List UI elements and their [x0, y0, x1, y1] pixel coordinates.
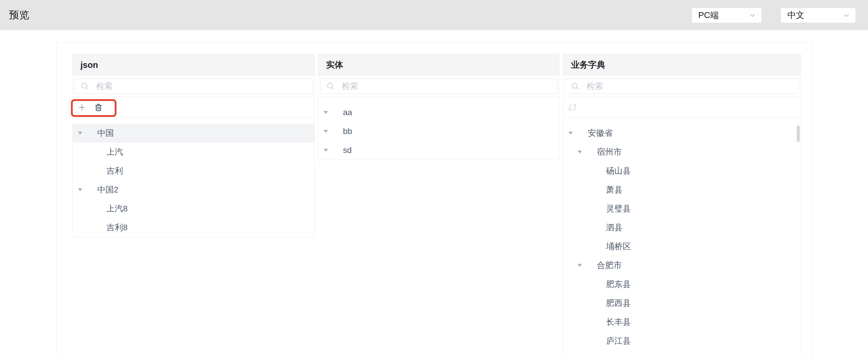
delete-icon — [94, 103, 103, 112]
tree-item-label: 中国 — [97, 128, 114, 139]
tree-item[interactable]: 长丰县 — [563, 313, 801, 331]
delete-button[interactable] — [93, 102, 104, 113]
tree-item[interactable]: 中国2 — [73, 180, 315, 199]
dictionary-search-input[interactable] — [565, 78, 799, 94]
panel-dictionary-search-area — [563, 76, 801, 97]
tree-item[interactable]: 庐江县 — [563, 331, 801, 350]
tree-item-label: 肥西县 — [606, 297, 631, 309]
tree-item-label: 合肥市 — [597, 260, 622, 271]
tree-item-label: 长丰县 — [606, 316, 631, 328]
add-button[interactable] — [76, 102, 87, 113]
entity-tree: aabbsd — [318, 97, 559, 160]
panel-json: json 中国上汽吉利中国2上汽8吉利8 — [72, 54, 315, 237]
chevron-down-icon — [749, 11, 756, 19]
device-select-value: PC端 — [698, 9, 719, 21]
panel-entity-search-area — [318, 76, 559, 97]
page-title: 预览 — [9, 0, 30, 30]
tree-item-label: 安徽省 — [588, 128, 613, 139]
search-icon — [81, 82, 89, 91]
tree-item[interactable]: bb — [318, 122, 559, 141]
panel-dictionary: 业务字典 安徽省宿州市砀山县萧县灵璧县泗县埇桥区合肥市肥东县肥西县长丰县庐江县 — [563, 54, 801, 356]
tree-item[interactable]: 吉利8 — [73, 218, 315, 237]
tree-item-label: 宿州市 — [597, 146, 622, 157]
dictionary-tree: 安徽省宿州市砀山县萧县灵璧县泗县埇桥区合肥市肥东县肥西县长丰县庐江县 — [563, 118, 801, 350]
device-select[interactable]: PC端 — [691, 8, 762, 23]
search-icon — [571, 82, 580, 91]
chevron-down-icon — [843, 11, 850, 19]
caret-down-icon[interactable] — [321, 129, 330, 134]
panel-json-title: json — [73, 54, 315, 76]
tree-item-label: 吉利8 — [106, 222, 128, 233]
language-select[interactable]: 中文 — [780, 8, 856, 23]
caret-down-icon[interactable] — [575, 263, 584, 268]
tree-item[interactable]: 上汽8 — [73, 199, 315, 218]
json-tree: 中国上汽吉利中国2上汽8吉利8 — [73, 118, 315, 237]
entity-search-input[interactable] — [320, 78, 557, 94]
dictionary-toolbar — [563, 97, 801, 118]
tree-item[interactable]: 宿州市 — [563, 143, 801, 162]
tree-item[interactable]: 肥东县 — [563, 275, 801, 294]
vertical-scrollbar-thumb[interactable] — [797, 126, 800, 142]
tree-item[interactable]: 泗县 — [563, 218, 801, 237]
unlink-icon — [568, 103, 577, 112]
tree-item-label: 庐江县 — [606, 335, 631, 347]
tree-item[interactable]: 吉利 — [73, 162, 315, 180]
search-icon — [326, 82, 335, 91]
caret-down-icon[interactable] — [76, 131, 85, 135]
tree-item[interactable]: 灵璧县 — [563, 199, 801, 218]
content-card: json 中国上汽吉利中国2上汽8吉利8 实体 — [56, 42, 812, 356]
caret-down-icon[interactable] — [566, 131, 575, 135]
tree-item-label: 上汽 — [106, 146, 123, 157]
tree-item[interactable]: 埇桥区 — [563, 237, 801, 256]
json-toolbar — [73, 97, 315, 118]
panel-entity: 实体 aabbsd — [318, 54, 559, 160]
tree-item[interactable]: 上汽 — [73, 143, 315, 162]
tree-item[interactable]: 肥西县 — [563, 294, 801, 313]
tree-item[interactable]: 合肥市 — [563, 256, 801, 275]
tree-item[interactable]: 萧县 — [563, 180, 801, 199]
tree-item[interactable]: sd — [318, 141, 559, 160]
panel-dictionary-title: 业务字典 — [563, 54, 801, 76]
language-select-value: 中文 — [787, 9, 804, 21]
page: 预览 PC端 中文 json — [0, 0, 868, 356]
unlink-button[interactable] — [567, 102, 578, 113]
caret-down-icon[interactable] — [76, 188, 85, 192]
tree-item-label: 泗县 — [606, 222, 623, 233]
panel-entity-title: 实体 — [318, 54, 559, 76]
tree-item-label: 上汽8 — [106, 203, 128, 214]
tree-item-label: 吉利 — [106, 165, 123, 177]
tree-item-label: sd — [343, 145, 352, 155]
tree-item[interactable]: 安徽省 — [563, 124, 801, 143]
tree-item-label: bb — [343, 127, 352, 136]
tree-item[interactable]: aa — [318, 103, 559, 122]
tree-item-label: 灵璧县 — [606, 203, 631, 214]
caret-down-icon[interactable] — [575, 150, 584, 154]
caret-down-icon[interactable] — [321, 148, 330, 152]
caret-down-icon[interactable] — [321, 110, 330, 114]
add-icon — [78, 103, 86, 112]
panel-json-search-area — [73, 76, 315, 97]
tree-item[interactable]: 砀山县 — [563, 162, 801, 180]
tree-item-label: 砀山县 — [606, 165, 631, 177]
json-search-input[interactable] — [74, 78, 313, 94]
top-bar: 预览 PC端 中文 — [0, 0, 868, 30]
tree-item-label: aa — [343, 108, 352, 117]
tree-item[interactable]: 中国 — [73, 124, 315, 143]
tree-item-label: 萧县 — [606, 184, 623, 195]
tree-item-label: 肥东县 — [606, 279, 631, 290]
tree-item-label: 埇桥区 — [606, 241, 631, 252]
tree-item-label: 中国2 — [97, 184, 119, 195]
